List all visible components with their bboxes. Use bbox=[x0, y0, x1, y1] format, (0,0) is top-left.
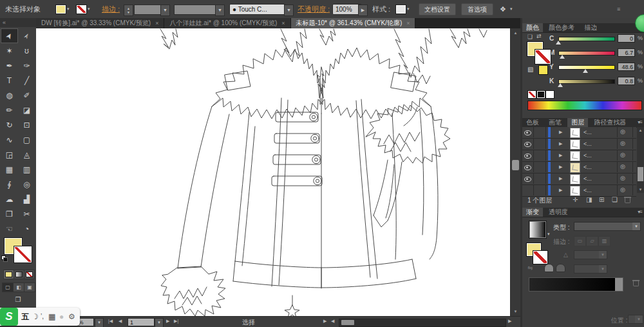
magenta-value-field[interactable]: 6.7 bbox=[618, 48, 635, 57]
hand-tool[interactable]: ☜ bbox=[1, 221, 18, 236]
perspective-grid-tool[interactable]: ◬ bbox=[18, 147, 35, 162]
layer-row[interactable]: ▶<...◎ bbox=[522, 162, 636, 173]
symbol-sprayer-tool[interactable]: ☁ bbox=[1, 192, 18, 206]
ellipse-tool[interactable]: ◍ bbox=[1, 88, 18, 103]
layer-lock-toggle[interactable] bbox=[533, 173, 546, 184]
layer-thumbnail[interactable] bbox=[570, 163, 580, 173]
delete-layer-icon[interactable] bbox=[625, 197, 630, 203]
layer-target-icon[interactable]: ◎ bbox=[620, 186, 625, 193]
bar-menu-icon[interactable]: ≡ bbox=[617, 0, 620, 18]
workspace-icon[interactable]: ❖ bbox=[500, 0, 506, 18]
yellow-value-field[interactable]: 48.6 bbox=[618, 63, 635, 71]
layer-lock-toggle[interactable] bbox=[533, 139, 546, 149]
layer-name[interactable]: <... bbox=[583, 152, 592, 159]
layer-expand-icon[interactable]: ▶ bbox=[559, 153, 562, 158]
ime-logo[interactable]: S bbox=[0, 308, 18, 326]
layer-name[interactable]: <... bbox=[583, 141, 592, 147]
variable-width-profile-combo[interactable] bbox=[174, 5, 216, 15]
layer-lock-toggle[interactable] bbox=[533, 150, 546, 161]
magenta-slider[interactable] bbox=[558, 51, 615, 55]
layer-visibility-toggle[interactable] bbox=[522, 139, 534, 149]
layer-thumbnail[interactable] bbox=[570, 128, 580, 138]
layer-target-icon[interactable]: ◎ bbox=[620, 152, 625, 158]
style-dropdown-icon[interactable]: ▾ bbox=[407, 6, 410, 12]
ime-wrench-icon[interactable]: ⚙ bbox=[68, 308, 75, 326]
doc-tab-2[interactable]: 八个洋娃娃.ai* @ 100% (CMYK/预览)× bbox=[164, 18, 290, 28]
layer-name[interactable]: <... bbox=[583, 129, 592, 135]
tools-panel-collapse[interactable]: « bbox=[0, 18, 36, 27]
layer-expand-icon[interactable]: ▶ bbox=[559, 130, 562, 135]
layer-visibility-toggle[interactable] bbox=[522, 173, 534, 184]
layer-lock-toggle[interactable] bbox=[533, 162, 546, 172]
draw-normal-mode-button[interactable]: ▢ bbox=[2, 282, 14, 292]
layer-expand-icon[interactable]: ▶ bbox=[559, 188, 562, 193]
profile-combo-arrow[interactable]: ▼ bbox=[215, 5, 225, 16]
blend-tool[interactable]: ◎ bbox=[18, 177, 35, 192]
layer-target-icon[interactable]: ◎ bbox=[620, 175, 625, 181]
ime-punctuation-icon[interactable]: ’, bbox=[41, 308, 44, 326]
new-layer-icon[interactable]: ❏ bbox=[612, 196, 618, 203]
panel-stroke-swatch[interactable] bbox=[535, 49, 551, 64]
scroll-down-icon[interactable]: ▼ bbox=[511, 308, 520, 315]
gradient-opacity-dropdown-icon[interactable]: ▼ bbox=[599, 265, 607, 273]
reverse-gradient-icon[interactable]: ⇋ bbox=[527, 264, 533, 272]
cyan-value-field[interactable]: 0 bbox=[618, 34, 635, 43]
doc-tab-2-close-icon[interactable]: × bbox=[281, 20, 285, 26]
doc-tab-3-close-icon[interactable]: × bbox=[406, 20, 410, 26]
fill-color-swatch[interactable] bbox=[55, 5, 66, 14]
line-segment-tool[interactable]: ╱ bbox=[18, 73, 35, 88]
gradient-type-dropdown-icon[interactable]: ▼ bbox=[632, 223, 640, 230]
stroke-gradient-along-icon[interactable]: ▱ bbox=[586, 236, 598, 246]
layer-visibility-toggle[interactable] bbox=[522, 162, 534, 172]
layer-target-icon[interactable]: ◎ bbox=[620, 128, 625, 135]
black-slider[interactable] bbox=[558, 79, 615, 84]
artboard-number-field[interactable]: 1 bbox=[128, 318, 155, 326]
horizontal-scroll-thumb[interactable] bbox=[341, 320, 354, 325]
stroke-proxy-swatch[interactable] bbox=[14, 246, 32, 263]
status-expand-icon[interactable]: ▶ bbox=[323, 319, 327, 324]
magenta-slider-thumb[interactable] bbox=[560, 55, 565, 59]
workspace-dropdown-icon[interactable]: ▾ bbox=[510, 6, 513, 12]
layer-visibility-toggle[interactable] bbox=[522, 127, 534, 137]
gradient-type-dropdown[interactable]: ▼ bbox=[574, 222, 641, 231]
none-color-swatch[interactable] bbox=[527, 90, 536, 99]
lasso-tool[interactable]: ʊ bbox=[18, 43, 35, 58]
zoom-dropdown-icon[interactable]: ▼ bbox=[95, 318, 104, 327]
brush-definition-combo[interactable]: ● Touch C... bbox=[229, 4, 286, 15]
stroke-weight-label[interactable]: 描边 : bbox=[102, 0, 120, 18]
layer-expand-icon[interactable]: ▶ bbox=[559, 164, 562, 170]
layers-panel-menu-icon[interactable]: ▾≡ bbox=[638, 119, 642, 125]
gradient-preview-swatch[interactable] bbox=[529, 221, 547, 239]
new-sublayer-icon[interactable]: ⊞ bbox=[599, 196, 604, 203]
gradient-tool[interactable]: ▥ bbox=[18, 162, 35, 177]
next-artboard-icon[interactable]: ▶ bbox=[166, 319, 169, 324]
tab-gradient[interactable]: 渐变 bbox=[522, 208, 543, 217]
doc-tab-1[interactable]: DW [转换].ai* @ 33.33% (CMYK/预览)× bbox=[36, 18, 164, 28]
artboard-tool[interactable]: ❐ bbox=[1, 206, 18, 221]
layer-visibility-toggle[interactable] bbox=[522, 150, 534, 161]
type-tool[interactable]: T bbox=[1, 73, 18, 88]
gradient-stop-left-icon[interactable] bbox=[544, 264, 554, 272]
magic-wand-tool[interactable]: ✶ bbox=[1, 43, 18, 58]
style-swatch[interactable] bbox=[395, 5, 406, 14]
tab-color-guide[interactable]: 颜色参考 bbox=[545, 23, 578, 32]
stroke-width-combo[interactable] bbox=[134, 5, 161, 15]
gradient-preset-dropdown-icon[interactable]: ▾ bbox=[547, 232, 550, 237]
scale-tool[interactable]: ⊡ bbox=[18, 117, 35, 132]
last-artboard-icon[interactable]: ▶| bbox=[174, 319, 178, 324]
layer-thumbnail[interactable] bbox=[570, 174, 580, 184]
layer-name[interactable]: <... bbox=[583, 164, 592, 170]
preferences-button[interactable]: 首选项 bbox=[461, 3, 493, 15]
scroll-up-icon[interactable]: ▲ bbox=[511, 29, 520, 37]
slice-tool[interactable]: ✂ bbox=[18, 206, 35, 221]
artboard-dropdown-icon[interactable]: ▼ bbox=[155, 318, 164, 327]
none-mode-button[interactable] bbox=[24, 270, 35, 279]
zoom-tool[interactable]: ◔ bbox=[18, 221, 35, 236]
layer-row[interactable]: ▶<...◎ bbox=[522, 139, 636, 150]
opacity-arrow[interactable]: ▶ bbox=[358, 5, 368, 16]
gradient-mode-button[interactable] bbox=[14, 270, 24, 279]
stroke-gradient-across-icon[interactable]: ▥ bbox=[598, 236, 611, 246]
free-transform-tool[interactable]: ▢ bbox=[18, 132, 35, 147]
layer-lock-toggle[interactable] bbox=[533, 127, 546, 137]
doc-tab-1-close-icon[interactable]: × bbox=[155, 20, 158, 26]
